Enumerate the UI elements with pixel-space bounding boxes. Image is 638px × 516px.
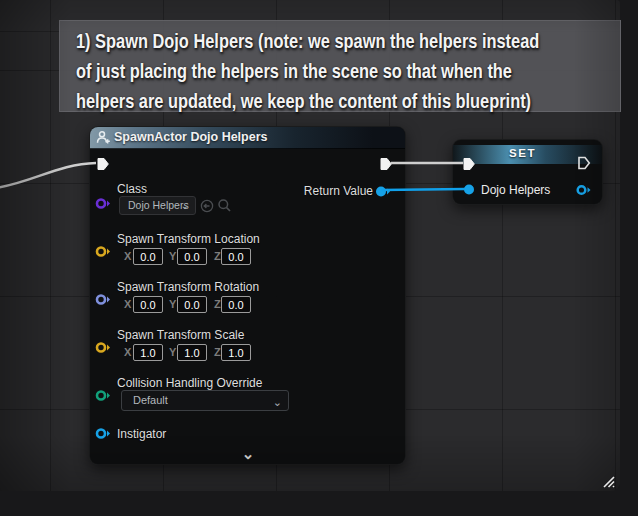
return-value-pin[interactable] [374, 185, 391, 198]
set-variable-label: Dojo Helpers [481, 183, 550, 197]
blueprint-graph-canvas[interactable]: 1) Spawn Dojo Helpers (note: we spawn th… [0, 0, 620, 491]
axis-label-y: Y [169, 346, 176, 358]
spawn-transform-scale-label: Spawn Transform Scale [117, 328, 244, 342]
location-z-input[interactable] [221, 248, 251, 265]
wire-exec-incoming[interactable] [0, 163, 96, 188]
set-variable-out-pin[interactable] [575, 184, 592, 196]
class-pin-label: Class [117, 182, 147, 196]
spawn-transform-scale-pin[interactable] [94, 341, 111, 354]
spawn-transform-rotation-label: Spawn Transform Rotation [117, 280, 259, 294]
instigator-pin[interactable] [94, 427, 111, 440]
chevron-down-icon: ⌄ [181, 197, 189, 214]
rotation-x-input[interactable] [133, 296, 163, 313]
spawn-transform-location-label: Spawn Transform Location [117, 232, 260, 246]
exec-out-pin[interactable] [379, 157, 393, 171]
comment-line: 1) Spawn Dojo Helpers (note: we spawn th… [76, 26, 609, 56]
location-x-input[interactable] [133, 248, 163, 265]
panel-resize-grip[interactable] [600, 473, 616, 489]
collision-handling-dropdown[interactable]: Default ⌄ [121, 390, 289, 411]
axis-label-z: Z [214, 298, 221, 310]
axis-label-y: Y [169, 298, 176, 310]
exec-in-pin[interactable] [96, 157, 110, 171]
collision-handling-pin[interactable] [94, 389, 111, 402]
axis-label-x: X [124, 346, 131, 358]
collision-handling-value: Default [133, 394, 168, 406]
set-node[interactable]: SET Dojo Helpers [452, 139, 603, 205]
class-pin[interactable] [94, 197, 111, 210]
set-variable-in-pin[interactable] [463, 184, 476, 195]
instigator-label: Instigator [117, 427, 166, 441]
spawn-transform-location-pin[interactable] [94, 245, 111, 258]
node-title: SpawnActor Dojo Helpers [114, 130, 268, 144]
comment-text: 1) Spawn Dojo Helpers (note: we spawn th… [60, 21, 620, 116]
spawn-transform-rotation-pin[interactable] [94, 293, 111, 306]
use-selected-asset-icon[interactable] [200, 199, 214, 213]
scale-x-input[interactable] [133, 344, 163, 361]
rotation-z-input[interactable] [221, 296, 251, 313]
axis-label-z: Z [214, 250, 221, 262]
class-select-dropdown[interactable]: Dojo Helpers ⌄ [119, 196, 196, 215]
axis-label-x: X [124, 250, 131, 262]
location-y-input[interactable] [177, 248, 207, 265]
comment-line: helpers are updated, we keep the content… [76, 86, 609, 116]
spawnactor-node[interactable]: SpawnActor Dojo Helpers Class Dojo Helpe… [89, 126, 406, 465]
rotation-y-input[interactable] [177, 296, 207, 313]
chevron-down-icon: ⌄ [273, 393, 282, 412]
class-select-value: Dojo Helpers [128, 199, 189, 211]
scale-z-input[interactable] [221, 344, 251, 361]
exec-out-pin[interactable] [577, 156, 591, 170]
browse-search-icon[interactable] [217, 198, 232, 213]
axis-label-y: Y [169, 250, 176, 262]
spawnactor-node-header[interactable]: SpawnActor Dojo Helpers [90, 127, 405, 149]
exec-in-pin[interactable] [462, 157, 476, 171]
collision-handling-label: Collision Handling Override [117, 376, 262, 390]
axis-label-x: X [124, 298, 131, 310]
return-value-label: Return Value [290, 184, 373, 198]
scale-y-input[interactable] [177, 344, 207, 361]
node-expand-chevron-icon[interactable]: ⌄ [240, 449, 256, 461]
axis-label-z: Z [214, 346, 221, 358]
spawn-actor-icon [96, 130, 111, 145]
comment-box[interactable]: 1) Spawn Dojo Helpers (note: we spawn th… [59, 20, 621, 112]
comment-line: of just placing the helpers in the scene… [76, 56, 609, 86]
